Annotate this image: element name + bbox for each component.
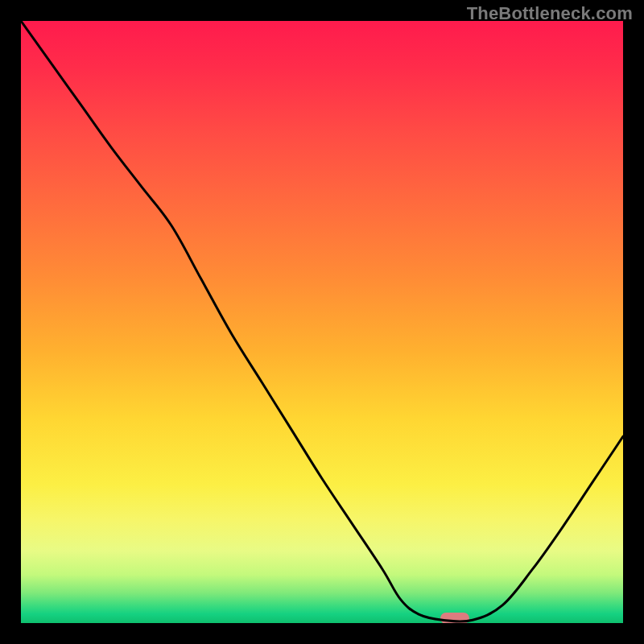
plot-area xyxy=(21,21,623,623)
chart-frame: TheBottleneck.com xyxy=(0,0,644,644)
bottleneck-curve xyxy=(21,21,623,623)
watermark-label: TheBottleneck.com xyxy=(467,3,633,24)
